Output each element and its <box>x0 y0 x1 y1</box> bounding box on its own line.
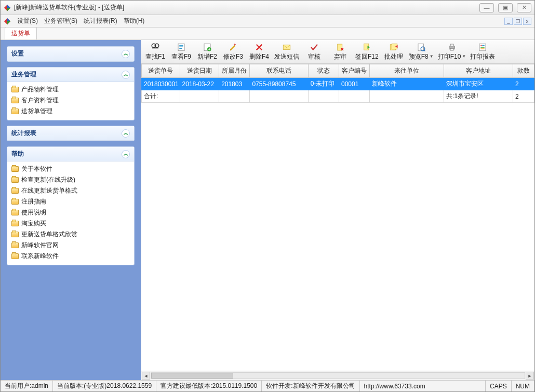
menu-help[interactable]: 帮助(H) <box>124 17 145 25</box>
toolbar-button-label: 预览F8 <box>409 52 429 61</box>
status-caps: CAPS <box>486 381 512 391</box>
printrpt-button[interactable]: 打印报表 <box>468 42 497 62</box>
new-button[interactable]: 新增F2 <box>194 42 220 62</box>
unapprove-button[interactable]: 弃审 <box>327 42 353 62</box>
sidebar-group-header[interactable]: 帮助︽ <box>7 147 134 161</box>
column-header[interactable]: 所属月份 <box>219 64 250 78</box>
toolbar-button-label: 批处理 <box>384 52 403 61</box>
sidebar-item[interactable]: 送货单管理 <box>10 106 131 117</box>
minimize-button[interactable]: — <box>479 3 494 12</box>
sidebar-item-label: 在线更新送货单格式 <box>21 186 77 195</box>
column-header[interactable]: 来往单位 <box>370 64 444 78</box>
toolbar-button-label: 弃审 <box>334 52 346 61</box>
svg-rect-26 <box>480 45 482 46</box>
toolbar-button-label: 打印F10 <box>438 52 461 61</box>
sidebar-item[interactable]: 检查更新(在线升级) <box>10 174 131 185</box>
sidebar-item-label: 产品物料管理 <box>21 85 59 94</box>
menu-settings[interactable]: 设置(S) <box>17 17 38 25</box>
maximize-button[interactable]: ▣ <box>498 3 513 12</box>
folder-icon <box>11 232 19 237</box>
sidebar-item[interactable]: 淘宝购买 <box>10 218 131 229</box>
sidebar-item[interactable]: 产品物料管理 <box>10 84 131 95</box>
sms-icon <box>282 43 292 52</box>
scroll-thumb[interactable] <box>151 373 233 379</box>
app-logo-icon <box>4 4 11 11</box>
table-summary-row: 合计: 共:1条记录!2 <box>142 90 534 103</box>
statusbar: 当前用户:admin 当前版本:(专业版)2018.0622.1559 官方建议… <box>1 380 534 391</box>
status-user: 当前用户:admin <box>1 381 53 391</box>
signback-button[interactable]: 签回F12 <box>353 42 381 62</box>
column-header[interactable]: 客户地址 <box>444 64 513 78</box>
batch-button[interactable]: 批处理 <box>381 42 407 62</box>
column-header[interactable]: 状态 <box>308 64 339 78</box>
close-button[interactable]: ✕ <box>517 3 531 12</box>
chevron-up-icon[interactable]: ︽ <box>122 50 130 58</box>
sms-button[interactable]: 发送短信 <box>272 42 301 62</box>
sidebar-item[interactable]: 在线更新送货单格式 <box>10 185 131 196</box>
status-version: 当前版本:(专业版)2018.0622.1559 <box>53 381 156 391</box>
app-logo-icon <box>4 18 11 25</box>
horizontal-scrollbar[interactable]: ◄ ► <box>141 371 534 380</box>
sidebar-group-header[interactable]: 统计报表︽ <box>7 126 134 141</box>
sidebar-group-title: 统计报表 <box>11 129 36 138</box>
column-header[interactable]: 客户编号 <box>339 64 370 78</box>
sidebar-item[interactable]: 使用说明 <box>10 207 131 218</box>
column-header[interactable]: 联系电话 <box>250 64 308 78</box>
toolbar-button-label: 删除F4 <box>249 52 269 61</box>
mdi-minimize-button[interactable]: _ <box>504 18 513 25</box>
svg-rect-29 <box>480 48 485 49</box>
view-button[interactable]: 查看F9 <box>168 42 194 62</box>
chevron-up-icon[interactable]: ︽ <box>122 150 130 158</box>
mdi-close-button[interactable]: x <box>523 18 531 25</box>
sidebar-group-header[interactable]: 设置︽ <box>7 47 134 61</box>
sidebar: 设置︽业务管理︽产品物料管理客户资料管理送货单管理统计报表︽帮助︽关于本软件检查… <box>1 40 141 380</box>
folder-icon <box>11 210 19 215</box>
find-button[interactable]: 查找F1 <box>142 42 168 62</box>
sidebar-group-title: 业务管理 <box>11 70 36 79</box>
status-num: NUM <box>512 381 534 391</box>
edit-button[interactable]: 修改F3 <box>220 42 246 62</box>
toolbar: 查找F1查看F9新增F2修改F3删除F4发送短信审核弃审签回F12批处理预览F8… <box>141 40 534 64</box>
scroll-left-button[interactable]: ◄ <box>142 372 150 380</box>
column-header[interactable]: 款数 <box>513 64 534 78</box>
approve-button[interactable]: 审核 <box>301 42 327 62</box>
status-url[interactable]: http://www.63733.com <box>360 381 486 391</box>
tab-delivery[interactable]: 送货单 <box>5 27 37 39</box>
svg-rect-27 <box>482 45 485 46</box>
preview-button[interactable]: 预览F8▼ <box>407 42 436 62</box>
folder-icon <box>11 221 19 226</box>
signback-icon <box>362 43 372 52</box>
menu-business[interactable]: 业务管理(S) <box>44 17 77 25</box>
sidebar-group-header[interactable]: 业务管理︽ <box>7 67 134 82</box>
sidebar-item-label: 更新送货单格式欣赏 <box>21 230 77 239</box>
folder-icon <box>11 253 19 259</box>
sidebar-item[interactable]: 联系新峰软件 <box>10 251 131 262</box>
column-header[interactable]: 送货单号 <box>142 64 180 78</box>
dropdown-arrow-icon: ▼ <box>430 54 434 59</box>
window-title: [新峰]新峰送货单软件(专业版) - [送货单] <box>14 3 479 12</box>
svg-marker-5 <box>7 21 10 24</box>
mdi-restore-button[interactable]: ❐ <box>514 18 522 25</box>
folder-icon <box>11 199 19 205</box>
grid[interactable]: 送货单号送货日期所属月份联系电话状态客户编号来往单位客户地址款数 2018030… <box>141 64 534 371</box>
sidebar-item[interactable]: 注册指南 <box>10 196 131 207</box>
preview-icon <box>416 43 426 52</box>
sidebar-item-label: 关于本软件 <box>21 165 52 173</box>
sidebar-item[interactable]: 客户资料管理 <box>10 95 131 106</box>
column-header[interactable]: 送货日期 <box>180 64 219 78</box>
sidebar-item[interactable]: 关于本软件 <box>10 164 131 174</box>
scroll-right-button[interactable]: ► <box>526 372 534 380</box>
chevron-up-icon[interactable]: ︽ <box>122 71 130 79</box>
folder-icon <box>11 109 19 114</box>
svg-marker-2 <box>7 8 10 11</box>
chevron-up-icon[interactable]: ︽ <box>122 129 130 138</box>
table-row[interactable]: 20180300012018-03-22201803 0755-89808745… <box>142 78 534 90</box>
delete-button[interactable]: 删除F4 <box>246 42 272 62</box>
folder-icon <box>11 177 19 183</box>
new-icon <box>202 43 212 52</box>
sidebar-item[interactable]: 新峰软件官网 <box>10 240 131 251</box>
menu-reports[interactable]: 统计报表(R) <box>84 17 117 25</box>
print-button[interactable]: 打印F10▼ <box>436 42 469 62</box>
svg-rect-14 <box>234 43 236 45</box>
sidebar-item[interactable]: 更新送货单格式欣赏 <box>10 229 131 240</box>
